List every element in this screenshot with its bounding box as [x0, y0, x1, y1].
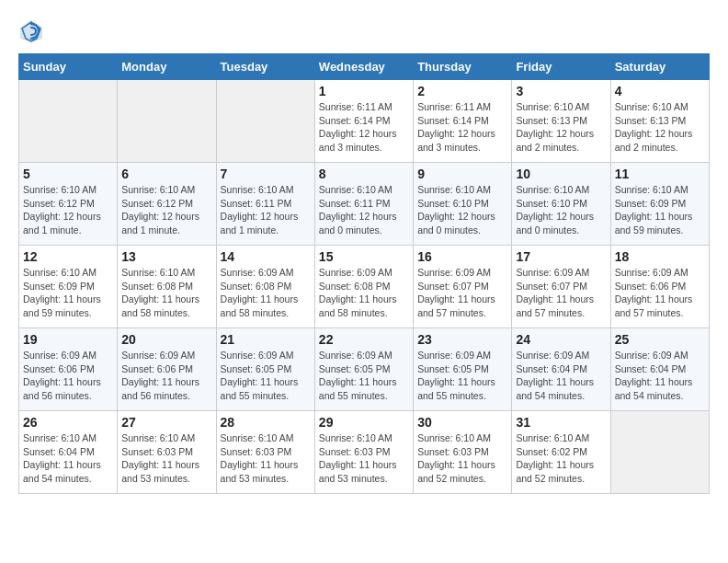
calendar-cell: 6Sunrise: 6:10 AM Sunset: 6:12 PM Daylig… [118, 163, 216, 246]
day-info: Sunrise: 6:09 AM Sunset: 6:04 PM Dayligh… [516, 349, 606, 403]
calendar-cell: 5Sunrise: 6:10 AM Sunset: 6:12 PM Daylig… [19, 163, 118, 246]
calendar-cell: 24Sunrise: 6:09 AM Sunset: 6:04 PM Dayli… [512, 328, 610, 411]
day-info: Sunrise: 6:09 AM Sunset: 6:05 PM Dayligh… [319, 349, 409, 403]
weekday-header-monday: Monday [118, 54, 216, 80]
calendar-cell: 26Sunrise: 6:10 AM Sunset: 6:04 PM Dayli… [19, 411, 118, 494]
day-info: Sunrise: 6:09 AM Sunset: 6:05 PM Dayligh… [417, 349, 507, 403]
calendar-cell: 19Sunrise: 6:09 AM Sunset: 6:06 PM Dayli… [19, 328, 118, 411]
day-info: Sunrise: 6:09 AM Sunset: 6:07 PM Dayligh… [516, 266, 606, 320]
day-info: Sunrise: 6:10 AM Sunset: 6:10 PM Dayligh… [516, 183, 606, 237]
day-info: Sunrise: 6:10 AM Sunset: 6:11 PM Dayligh… [221, 183, 311, 237]
day-number: 8 [319, 167, 409, 181]
calendar-cell: 1Sunrise: 6:11 AM Sunset: 6:14 PM Daylig… [314, 80, 413, 163]
day-number: 20 [121, 332, 211, 347]
page-header [18, 18, 710, 44]
calendar-cell: 29Sunrise: 6:10 AM Sunset: 6:03 PM Dayli… [314, 411, 413, 494]
day-info: Sunrise: 6:10 AM Sunset: 6:11 PM Dayligh… [319, 183, 409, 237]
day-info: Sunrise: 6:10 AM Sunset: 6:03 PM Dayligh… [221, 431, 311, 486]
day-info: Sunrise: 6:09 AM Sunset: 6:05 PM Dayligh… [221, 349, 311, 403]
weekday-header-tuesday: Tuesday [216, 54, 314, 80]
day-info: Sunrise: 6:10 AM Sunset: 6:09 PM Dayligh… [615, 183, 705, 237]
day-info: Sunrise: 6:10 AM Sunset: 6:12 PM Dayligh… [121, 183, 211, 237]
day-info: Sunrise: 6:09 AM Sunset: 6:07 PM Dayligh… [417, 266, 507, 320]
calendar-cell: 3Sunrise: 6:10 AM Sunset: 6:13 PM Daylig… [512, 80, 610, 163]
day-info: Sunrise: 6:10 AM Sunset: 6:04 PM Dayligh… [23, 431, 113, 486]
day-number: 24 [516, 332, 606, 347]
day-number: 19 [23, 332, 113, 347]
day-number: 23 [417, 332, 507, 347]
day-info: Sunrise: 6:10 AM Sunset: 6:09 PM Dayligh… [23, 266, 113, 320]
day-number: 21 [221, 332, 311, 347]
day-number: 11 [615, 167, 705, 181]
day-number: 12 [23, 249, 113, 264]
calendar-cell: 7Sunrise: 6:10 AM Sunset: 6:11 PM Daylig… [216, 163, 314, 246]
calendar-cell [216, 80, 314, 163]
day-info: Sunrise: 6:10 AM Sunset: 6:10 PM Dayligh… [417, 183, 507, 237]
calendar-cell: 18Sunrise: 6:09 AM Sunset: 6:06 PM Dayli… [610, 246, 709, 328]
day-number: 1 [319, 84, 409, 98]
calendar-week-row: 12Sunrise: 6:10 AM Sunset: 6:09 PM Dayli… [19, 246, 710, 328]
day-number: 17 [516, 249, 606, 264]
day-number: 7 [221, 167, 311, 181]
logo [18, 18, 46, 44]
calendar-cell: 16Sunrise: 6:09 AM Sunset: 6:07 PM Dayli… [414, 246, 512, 328]
day-number: 10 [516, 167, 606, 181]
day-info: Sunrise: 6:10 AM Sunset: 6:03 PM Dayligh… [417, 431, 507, 486]
day-info: Sunrise: 6:10 AM Sunset: 6:13 PM Dayligh… [615, 100, 705, 155]
calendar-cell: 10Sunrise: 6:10 AM Sunset: 6:10 PM Dayli… [512, 163, 610, 246]
day-number: 16 [417, 249, 507, 264]
calendar-cell: 17Sunrise: 6:09 AM Sunset: 6:07 PM Dayli… [512, 246, 610, 328]
calendar-cell: 8Sunrise: 6:10 AM Sunset: 6:11 PM Daylig… [314, 163, 413, 246]
day-info: Sunrise: 6:10 AM Sunset: 6:02 PM Dayligh… [516, 431, 606, 486]
day-info: Sunrise: 6:10 AM Sunset: 6:03 PM Dayligh… [319, 431, 409, 486]
calendar-cell: 30Sunrise: 6:10 AM Sunset: 6:03 PM Dayli… [414, 411, 512, 494]
calendar-cell: 15Sunrise: 6:09 AM Sunset: 6:08 PM Dayli… [314, 246, 413, 328]
day-number: 28 [221, 415, 311, 430]
day-number: 26 [23, 415, 113, 430]
weekday-header-thursday: Thursday [414, 54, 512, 80]
calendar-week-row: 1Sunrise: 6:11 AM Sunset: 6:14 PM Daylig… [19, 80, 710, 163]
day-info: Sunrise: 6:10 AM Sunset: 6:13 PM Dayligh… [516, 100, 606, 155]
weekday-header-friday: Friday [512, 54, 610, 80]
day-number: 25 [615, 332, 705, 347]
weekday-header-row: SundayMondayTuesdayWednesdayThursdayFrid… [19, 54, 710, 80]
day-number: 29 [319, 415, 409, 430]
day-number: 27 [121, 415, 211, 430]
calendar-header: SundayMondayTuesdayWednesdayThursdayFrid… [19, 54, 710, 80]
calendar-cell: 20Sunrise: 6:09 AM Sunset: 6:06 PM Dayli… [118, 328, 216, 411]
day-number: 15 [319, 249, 409, 264]
day-number: 4 [615, 84, 705, 98]
day-info: Sunrise: 6:09 AM Sunset: 6:06 PM Dayligh… [615, 266, 705, 320]
calendar-cell [19, 80, 118, 163]
calendar-week-row: 26Sunrise: 6:10 AM Sunset: 6:04 PM Dayli… [19, 411, 710, 494]
logo-icon [18, 18, 44, 44]
day-number: 30 [417, 415, 507, 430]
day-number: 18 [615, 249, 705, 264]
day-number: 5 [23, 167, 113, 181]
day-number: 31 [516, 415, 606, 430]
calendar-table: SundayMondayTuesdayWednesdayThursdayFrid… [18, 53, 710, 494]
day-number: 14 [221, 249, 311, 264]
day-number: 13 [121, 249, 211, 264]
day-info: Sunrise: 6:11 AM Sunset: 6:14 PM Dayligh… [319, 100, 409, 155]
day-info: Sunrise: 6:09 AM Sunset: 6:06 PM Dayligh… [23, 349, 113, 403]
day-info: Sunrise: 6:09 AM Sunset: 6:08 PM Dayligh… [221, 266, 311, 320]
calendar-cell: 23Sunrise: 6:09 AM Sunset: 6:05 PM Dayli… [414, 328, 512, 411]
weekday-header-sunday: Sunday [19, 54, 118, 80]
day-info: Sunrise: 6:09 AM Sunset: 6:04 PM Dayligh… [615, 349, 705, 403]
calendar-cell: 28Sunrise: 6:10 AM Sunset: 6:03 PM Dayli… [216, 411, 314, 494]
calendar-cell: 14Sunrise: 6:09 AM Sunset: 6:08 PM Dayli… [216, 246, 314, 328]
calendar-cell [118, 80, 216, 163]
weekday-header-wednesday: Wednesday [314, 54, 413, 80]
calendar-cell: 13Sunrise: 6:10 AM Sunset: 6:08 PM Dayli… [118, 246, 216, 328]
calendar-cell: 2Sunrise: 6:11 AM Sunset: 6:14 PM Daylig… [414, 80, 512, 163]
calendar-cell: 27Sunrise: 6:10 AM Sunset: 6:03 PM Dayli… [118, 411, 216, 494]
calendar-body: 1Sunrise: 6:11 AM Sunset: 6:14 PM Daylig… [19, 80, 710, 494]
day-number: 22 [319, 332, 409, 347]
calendar-week-row: 5Sunrise: 6:10 AM Sunset: 6:12 PM Daylig… [19, 163, 710, 246]
day-number: 3 [516, 84, 606, 98]
calendar-week-row: 19Sunrise: 6:09 AM Sunset: 6:06 PM Dayli… [19, 328, 710, 411]
day-info: Sunrise: 6:10 AM Sunset: 6:08 PM Dayligh… [121, 266, 211, 320]
day-info: Sunrise: 6:10 AM Sunset: 6:12 PM Dayligh… [23, 183, 113, 237]
calendar-cell: 21Sunrise: 6:09 AM Sunset: 6:05 PM Dayli… [216, 328, 314, 411]
